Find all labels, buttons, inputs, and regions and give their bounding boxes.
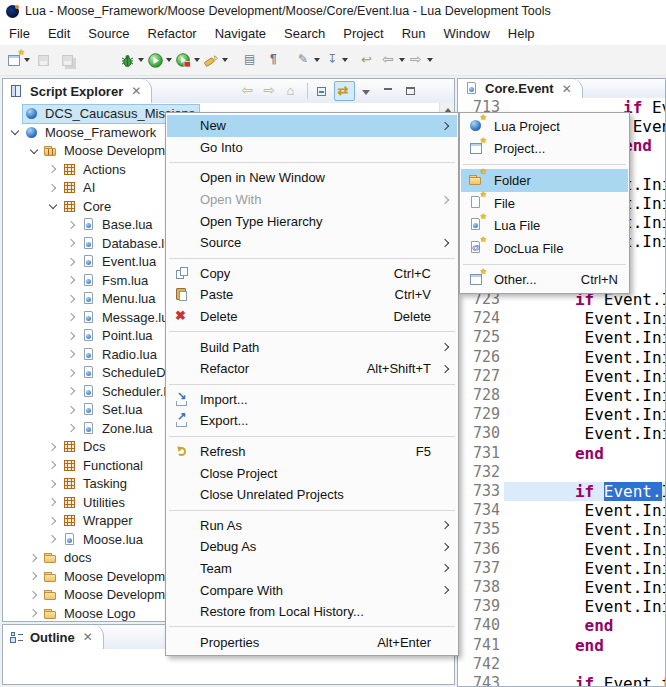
chevron-right-icon[interactable] <box>64 401 80 419</box>
dropdown-arrow-icon[interactable] <box>314 58 320 62</box>
chevron-right-icon[interactable] <box>64 290 80 308</box>
nav-back-button[interactable] <box>238 81 259 101</box>
tab-script-explorer[interactable]: Script Explorer ✕ <box>3 79 152 103</box>
menu-item-doclua-file[interactable]: ★DocLua File <box>461 237 628 260</box>
menubar-file[interactable]: File <box>0 22 39 45</box>
show-whitespace-button[interactable] <box>262 48 286 72</box>
run-button[interactable] <box>146 48 174 72</box>
code-line-729[interactable]: 729Event.IniGroupName = Event.IniGroupNa… <box>458 405 665 424</box>
code-line-726[interactable]: 726Event.IniGroup = GROUP:FindByName( Ev… <box>458 348 665 367</box>
chevron-right-icon[interactable] <box>64 345 80 363</box>
chevron-right-icon[interactable] <box>26 567 42 585</box>
forward-button[interactable] <box>407 48 435 72</box>
code-line-743[interactable]: 743if Event.target then <box>458 674 665 686</box>
chevron-right-icon[interactable] <box>45 530 61 548</box>
tab-core-event[interactable]: Core.Event ✕ <box>458 79 583 98</box>
dropdown-arrow-icon[interactable] <box>222 58 228 62</box>
chevron-right-icon[interactable] <box>64 327 80 345</box>
code-line-734[interactable]: 734Event.IniDCSUnit = Event.initiator <box>458 501 665 520</box>
code-line-742[interactable]: 742 <box>458 655 665 674</box>
menu-item-source[interactable]: Source <box>167 232 457 254</box>
menu-item-open-type-hierarchy[interactable]: Open Type Hierarchy <box>167 210 457 232</box>
code-line-725[interactable]: 725Event.IniGroupName = Event.IniDCSGrou… <box>458 328 665 347</box>
chevron-right-icon[interactable] <box>45 493 61 511</box>
code-line-732[interactable]: 732 <box>458 463 665 482</box>
code-line-741[interactable]: 741end <box>458 636 665 655</box>
code-line-739[interactable]: 739Event.IniCategory = Event.IniDCSUnit:… <box>458 597 665 616</box>
chevron-down-icon[interactable] <box>7 123 23 141</box>
new-wizard-button[interactable]: ★ <box>4 48 32 72</box>
menu-item-lua-file[interactable]: ★Lua File <box>461 214 628 237</box>
code-line-733[interactable]: 733if Event.IniObjectCategory == Object.… <box>458 482 665 501</box>
menubar-navigate[interactable]: Navigate <box>206 22 275 45</box>
code-line-737[interactable]: 737Event.IniUnit = UNIT:FindByName( Even… <box>458 559 665 578</box>
code-line-727[interactable]: 727Event.IniDCSGroup = Event.IniDCSGroup <box>458 367 665 386</box>
chevron-right-icon[interactable] <box>64 308 80 326</box>
code-line-724[interactable]: 724Event.IniDCSGroupName = Event.IniDCSG… <box>458 309 665 328</box>
chevron-right-icon[interactable] <box>64 216 80 234</box>
chevron-right-icon[interactable] <box>45 475 61 493</box>
menu-item-debug-as[interactable]: Debug As <box>167 536 457 558</box>
view-menu-button[interactable] <box>356 81 377 101</box>
code-line-740[interactable]: 740end <box>458 616 665 635</box>
back-button[interactable] <box>379 48 407 72</box>
menu-item-copy[interactable]: CopyCtrl+C <box>167 263 457 285</box>
tab-outline[interactable]: Outline ✕ <box>3 625 104 649</box>
chevron-right-icon[interactable] <box>64 271 80 289</box>
chevron-right-icon[interactable] <box>45 438 61 456</box>
chevron-right-icon[interactable] <box>45 512 61 530</box>
menubar-refactor[interactable]: Refactor <box>139 22 206 45</box>
mark-occurrences-button[interactable] <box>202 48 230 72</box>
dropdown-arrow-icon[interactable] <box>399 58 405 62</box>
minimize-button[interactable] <box>378 81 399 101</box>
chevron-right-icon[interactable] <box>26 604 42 621</box>
nav-forward-button[interactable] <box>260 81 281 101</box>
dropdown-arrow-icon[interactable] <box>342 58 348 62</box>
chevron-right-icon[interactable] <box>45 160 61 178</box>
menu-item-build-path[interactable]: Build Path <box>167 336 457 358</box>
menu-item-paste[interactable]: PasteCtrl+V <box>167 284 457 306</box>
menu-item-open-in-new-window[interactable]: Open in New Window <box>167 167 457 189</box>
menu-item-restore-from-local-history[interactable]: Restore from Local History... <box>167 601 457 623</box>
dropdown-arrow-icon[interactable] <box>427 58 433 62</box>
menu-item-lua-project[interactable]: ★Lua Project <box>461 115 628 138</box>
dropdown-arrow-icon[interactable] <box>166 58 172 62</box>
menubar-window[interactable]: Window <box>435 22 499 45</box>
menubar-help[interactable]: Help <box>499 22 544 45</box>
chevron-right-icon[interactable] <box>64 382 80 400</box>
menubar-run[interactable]: Run <box>393 22 435 45</box>
menubar-search[interactable]: Search <box>275 22 334 45</box>
chevron-right-icon[interactable] <box>64 419 80 437</box>
menu-item-team[interactable]: Team <box>167 558 457 580</box>
code-line-728[interactable]: 728Event.IniDCSGroupName = Event.IniDCSG… <box>458 386 665 405</box>
chevron-right-icon[interactable] <box>26 586 42 604</box>
code-line-738[interactable]: 738Event.IniObjectCategory = Object.Cate… <box>458 578 665 597</box>
menu-item-close-unrelated-projects[interactable]: Close Unrelated Projects <box>167 484 457 506</box>
menu-item-refresh[interactable]: RefreshF5 <box>167 441 457 463</box>
menubar-edit[interactable]: Edit <box>39 22 79 45</box>
menu-item-properties[interactable]: PropertiesAlt+Enter <box>167 631 457 653</box>
menubar-source[interactable]: Source <box>79 22 138 45</box>
code-line-730[interactable]: 730Event.IniGroup = Event.IniGroup <box>458 424 665 443</box>
menu-item-folder[interactable]: ★Folder <box>461 169 628 192</box>
close-icon[interactable]: ✕ <box>131 84 141 98</box>
run-coverage-button[interactable] <box>174 48 202 72</box>
menu-item-export[interactable]: Export... <box>167 410 457 432</box>
nav-up-button[interactable] <box>282 81 303 101</box>
menubar-project[interactable]: Project <box>334 22 392 45</box>
menu-item-go-into[interactable]: Go Into <box>167 137 457 159</box>
code-line-735[interactable]: 735Event.IniDCSUnitName = Event.IniDCSUn… <box>458 520 665 539</box>
menu-item-other[interactable]: ★Other...Ctrl+N <box>461 269 628 292</box>
dropdown-arrow-icon[interactable] <box>138 58 144 62</box>
close-icon[interactable]: ✕ <box>83 630 93 644</box>
chevron-right-icon[interactable] <box>45 456 61 474</box>
maximize-button[interactable] <box>400 81 421 101</box>
chevron-right-icon[interactable] <box>45 179 61 197</box>
menu-item-import[interactable]: Import... <box>167 389 457 411</box>
code-line-736[interactable]: 736Event.IniUnitName = Event.IniDCSUnitN… <box>458 540 665 559</box>
chevron-down-icon[interactable] <box>26 142 42 160</box>
menu-item-delete[interactable]: DeleteDelete <box>167 306 457 328</box>
chevron-right-icon[interactable] <box>64 364 80 382</box>
menu-item-project[interactable]: ★Project... <box>461 138 628 161</box>
code-line-731[interactable]: 731end <box>458 444 665 463</box>
